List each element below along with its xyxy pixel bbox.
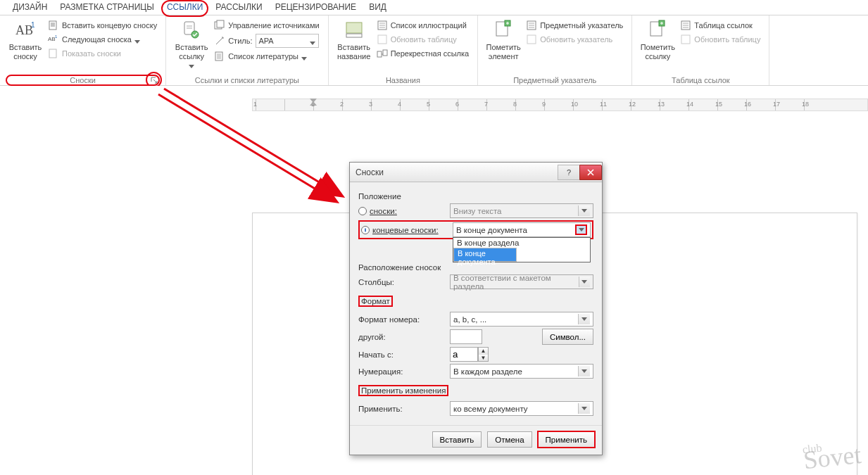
- highlight-oval: [6, 75, 160, 86]
- endnotes-radio-row[interactable]: концевые сноски:: [361, 226, 453, 234]
- update-figtable-button[interactable]: Обновить таблицу: [375, 33, 471, 46]
- footnotes-dialog: Сноски ? Положение сноски: Внизу текста: [349, 162, 603, 455]
- crossref-icon: [377, 48, 388, 59]
- applyto-label: Применить:: [358, 405, 403, 413]
- update-icon: [680, 34, 691, 45]
- svg-rect-9: [217, 20, 224, 27]
- dialog-titlebar[interactable]: Сноски ?: [350, 163, 602, 182]
- dropdown-option[interactable]: В конце документа: [453, 248, 517, 262]
- insert-caption-label: Вставить название: [337, 43, 370, 61]
- svg-rect-11: [346, 23, 362, 33]
- chevron-down-icon: [578, 205, 590, 216]
- group-citations-title: Ссылки и списки литературы: [172, 76, 322, 84]
- chevron-down-icon: [578, 366, 590, 376]
- insert-citation-button[interactable]: Вставить ссылку: [172, 18, 211, 68]
- section-format-label: Формат: [358, 296, 393, 307]
- columns-select[interactable]: В соответствии с макетом раздела: [450, 274, 593, 289]
- dialog-title: Сноски: [356, 167, 384, 177]
- figures-list-button[interactable]: Список иллюстраций: [375, 19, 471, 32]
- number-format-select[interactable]: a, b, c, ...: [450, 312, 593, 327]
- applyto-select[interactable]: ко всему документу: [450, 401, 593, 416]
- next-footnote-button[interactable]: AB1 Следующая сноска: [46, 33, 158, 46]
- chevron-down-icon: [310, 39, 315, 43]
- crossref-button[interactable]: Перекрестная ссылка: [375, 47, 471, 60]
- citation-icon: [180, 19, 203, 42]
- start-at-input[interactable]: [450, 347, 478, 362]
- start-at-stepper[interactable]: ▲ ▼: [478, 347, 489, 362]
- endnotes-position-select[interactable]: В конце документа: [453, 222, 591, 237]
- show-footnotes-button[interactable]: Показать сноски: [46, 47, 158, 60]
- chevron-down-icon: [578, 314, 590, 324]
- group-captions: Вставить название Список иллюстраций Обн…: [329, 15, 479, 85]
- indent-marker-icon[interactable]: [310, 99, 317, 106]
- insert-endnote-button[interactable]: Вставить концевую сноску: [46, 19, 158, 32]
- svg-rect-24: [681, 35, 690, 44]
- footnotes-position-select[interactable]: Внизу текста: [450, 203, 593, 218]
- endnotes-position-dropdown: В конце раздела В конце документа: [453, 237, 591, 262]
- close-icon: [586, 169, 595, 176]
- update-icon: [526, 34, 537, 45]
- update-toa-button[interactable]: Обновить таблицу: [679, 33, 762, 46]
- mark-citation-icon: [646, 19, 669, 42]
- svg-rect-15: [377, 51, 382, 57]
- chevron-up-icon[interactable]: ▲: [479, 348, 488, 355]
- chevron-down-icon: [189, 62, 194, 66]
- apply-button[interactable]: Применить: [538, 431, 595, 448]
- tab-mailings[interactable]: РАССЫЛКИ: [215, 2, 262, 15]
- update-index-button[interactable]: Обновить указатель: [524, 33, 624, 46]
- chevron-down-icon: [301, 54, 307, 58]
- group-toa-title: Таблица ссылок: [638, 76, 763, 84]
- chevron-down-icon: [575, 224, 587, 235]
- radio-checked-icon: [361, 226, 370, 234]
- group-toa: Пометить ссылку Таблица ссылок Обновить …: [632, 15, 769, 85]
- start-at-label: Начать с:: [358, 350, 394, 359]
- section-apply-label: Применить изменения: [358, 385, 448, 396]
- cancel-button[interactable]: Отмена: [487, 431, 532, 448]
- citation-style-row: Стиль: APA: [213, 33, 320, 49]
- help-button[interactable]: ?: [558, 165, 580, 180]
- radio-unchecked-icon: [358, 207, 367, 215]
- insert-index-button[interactable]: Предметный указатель: [524, 19, 624, 32]
- footnotes-radio-row[interactable]: сноски:: [358, 207, 450, 215]
- next-footnote-icon: AB1: [48, 34, 59, 45]
- group-index: Пометить элемент Предметный указатель Об…: [478, 15, 632, 85]
- bibliography-button[interactable]: Список литературы: [213, 50, 320, 63]
- chevron-down-icon: [579, 277, 590, 287]
- footnotes-dialog-launcher[interactable]: [149, 75, 158, 84]
- dropdown-option[interactable]: В конце раздела: [453, 238, 590, 248]
- tab-design[interactable]: ДИЗАЙН: [13, 2, 47, 15]
- endnotes-row-highlight: концевые сноски: В конце документа В кон…: [358, 220, 593, 239]
- tab-review[interactable]: РЕЦЕНЗИРОВАНИЕ: [275, 2, 356, 15]
- tab-view[interactable]: ВИД: [369, 2, 386, 15]
- tab-pagelayout[interactable]: РАЗМЕТКА СТРАНИЦЫ: [60, 2, 154, 15]
- close-button[interactable]: [579, 165, 602, 180]
- insert-button[interactable]: Вставить: [432, 431, 482, 448]
- insert-toa-button[interactable]: Таблица ссылок: [679, 19, 762, 32]
- columns-label: Столбцы:: [358, 278, 394, 286]
- symbol-button[interactable]: Символ...: [542, 329, 593, 345]
- numbering-select[interactable]: В каждом разделе: [450, 364, 593, 379]
- svg-rect-10: [215, 52, 222, 61]
- group-footnotes: AB 1 Вставить сноску Вставить концевую с…: [0, 15, 166, 85]
- number-format-label: Формат номера:: [358, 315, 420, 324]
- manage-sources-button[interactable]: Управление источниками: [213, 19, 320, 32]
- insert-citation-label: Вставить ссылку: [175, 43, 208, 61]
- insert-footnote-button[interactable]: AB 1 Вставить сноску: [6, 18, 45, 62]
- svg-rect-20: [527, 35, 536, 44]
- svg-rect-16: [383, 50, 387, 56]
- custom-mark-input[interactable]: [450, 329, 482, 344]
- horizontal-ruler[interactable]: 1123456789101112131415161718: [252, 99, 868, 111]
- watermark: club Sovet: [802, 440, 862, 471]
- chevron-down-icon: [134, 37, 140, 42]
- caption-icon: [343, 19, 365, 42]
- mark-citation-button[interactable]: Пометить ссылку: [638, 18, 677, 62]
- tab-references[interactable]: ССЫЛКИ: [167, 2, 203, 15]
- footnote-icon: AB 1: [14, 19, 37, 42]
- insert-caption-button[interactable]: Вставить название: [334, 18, 374, 62]
- chevron-down-icon[interactable]: ▼: [479, 355, 488, 362]
- mark-entry-button[interactable]: Пометить элемент: [484, 18, 523, 62]
- svg-rect-2: [49, 21, 56, 30]
- svg-rect-5: [49, 49, 56, 58]
- mark-citation-label: Пометить ссылку: [641, 43, 675, 61]
- citation-style-select[interactable]: APA: [256, 34, 319, 48]
